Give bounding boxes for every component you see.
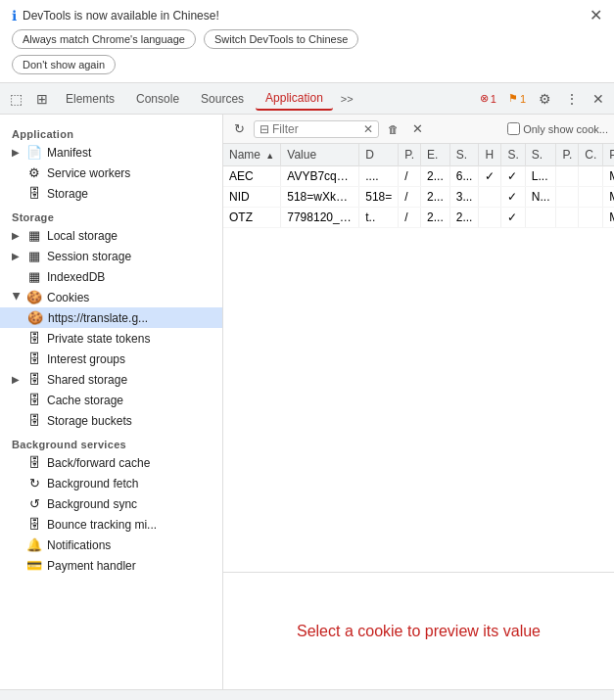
cookie-url-label: https://translate.g... bbox=[48, 311, 214, 325]
table-row[interactable]: AECAVYB7cqyU-......./2...6...✓✓L...M... bbox=[223, 166, 614, 187]
cookies-label: Cookies bbox=[47, 291, 214, 304]
settings-button[interactable]: ⚙ bbox=[533, 87, 557, 111]
dock-icon-button[interactable]: ⬚ bbox=[4, 87, 28, 111]
sidebar-item-bounce-tracking[interactable]: ▶ 🗄 Bounce tracking mi... bbox=[0, 514, 222, 535]
back-forward-cache-icon: 🗄 bbox=[26, 455, 42, 470]
col-value[interactable]: Value bbox=[281, 144, 359, 166]
local-storage-label: Local storage bbox=[47, 229, 214, 243]
sidebar-item-shared-storage[interactable]: ▶ 🗄 Shared storage bbox=[0, 369, 222, 390]
sidebar-item-local-storage[interactable]: ▶ ▦ Local storage bbox=[0, 225, 222, 246]
filter-icon: ⊟ bbox=[260, 122, 269, 136]
sidebar-item-cache-storage[interactable]: ▶ 🗄 Cache storage bbox=[0, 390, 222, 410]
expand-arrow-shared: ▶ bbox=[12, 374, 22, 385]
bottom-tab-console[interactable]: Console bbox=[24, 695, 82, 701]
table-cell bbox=[525, 208, 556, 228]
table-cell: M... bbox=[603, 208, 614, 228]
session-storage-icon: ▦ bbox=[26, 249, 42, 263]
table-cell: ✓ bbox=[501, 187, 525, 208]
sidebar-item-storage-buckets[interactable]: ▶ 🗄 Storage buckets bbox=[0, 410, 222, 431]
storage-app-label: Storage bbox=[47, 187, 214, 201]
sidebar-item-interest-groups[interactable]: ▶ 🗄 Interest groups bbox=[0, 349, 222, 369]
table-cell bbox=[579, 166, 603, 187]
sidebar-item-manifest[interactable]: ▶ 📄 Manifest bbox=[0, 142, 222, 163]
cookie-toolbar: ↻ ⊟ ✕ 🗑 ✕ Only show cook... bbox=[223, 115, 614, 144]
col-c[interactable]: C. bbox=[579, 144, 603, 166]
sidebar-item-back-forward-cache[interactable]: ▶ 🗄 Back/forward cache bbox=[0, 452, 222, 473]
table-cell: 7798120_24... bbox=[281, 208, 359, 228]
sidebar-item-background-sync[interactable]: ▶ ↺ Background sync bbox=[0, 493, 222, 514]
expand-arrow-local: ▶ bbox=[12, 230, 22, 241]
bottom-tab-issues[interactable]: Issues bbox=[90, 695, 140, 701]
cache-storage-icon: 🗄 bbox=[26, 393, 42, 407]
col-p[interactable]: P. bbox=[399, 144, 421, 166]
table-cell: 518= bbox=[359, 187, 399, 208]
tab-sources[interactable]: Sources bbox=[191, 88, 254, 110]
col-p2[interactable]: P. bbox=[556, 144, 579, 166]
always-match-language-button[interactable]: Always match Chrome's language bbox=[12, 29, 196, 49]
table-cell: 2... bbox=[421, 187, 450, 208]
table-row[interactable]: NID518=wXkA...518=/2...3...✓N...M... bbox=[223, 187, 614, 208]
storage-app-icon: 🗄 bbox=[26, 186, 42, 201]
sidebar-item-cookies[interactable]: ▶ 🍪 Cookies bbox=[0, 287, 222, 307]
col-s2[interactable]: S. bbox=[501, 144, 525, 166]
sidebar-item-private-state-tokens[interactable]: ▶ 🗄 Private state tokens bbox=[0, 328, 222, 349]
notification-close-button[interactable]: ✕ bbox=[590, 8, 602, 23]
table-cell: ✓ bbox=[501, 208, 525, 228]
manifest-label: Manifest bbox=[47, 146, 214, 160]
sidebar-section-storage: Storage bbox=[0, 204, 222, 225]
col-p3[interactable]: P. bbox=[603, 144, 614, 166]
table-cell bbox=[579, 187, 603, 208]
col-d[interactable]: D bbox=[359, 144, 399, 166]
sidebar-item-background-fetch[interactable]: ▶ ↻ Background fetch bbox=[0, 473, 222, 493]
expand-arrow-manifest: ▶ bbox=[12, 147, 22, 158]
bottom-close-button[interactable]: ✕ bbox=[594, 697, 606, 701]
table-cell bbox=[479, 208, 501, 228]
only-show-checkbox[interactable] bbox=[507, 122, 520, 135]
table-cell: / bbox=[399, 208, 421, 228]
table-cell bbox=[556, 208, 579, 228]
sidebar-item-indexeddb[interactable]: ▶ ▦ IndexedDB bbox=[0, 266, 222, 287]
sidebar-item-payment-handler[interactable]: ▶ 💳 Payment handler bbox=[0, 555, 222, 576]
table-cell bbox=[556, 166, 579, 187]
clear-filter-icon[interactable]: ✕ bbox=[363, 122, 373, 136]
interest-groups-label: Interest groups bbox=[47, 352, 214, 366]
col-s3[interactable]: S. bbox=[525, 144, 556, 166]
warn-count: 1 bbox=[520, 93, 526, 105]
sidebar-item-session-storage[interactable]: ▶ ▦ Session storage bbox=[0, 246, 222, 266]
col-e[interactable]: E. bbox=[421, 144, 450, 166]
more-options-button[interactable]: ⋮ bbox=[559, 87, 585, 111]
refresh-cookies-button[interactable]: ↻ bbox=[229, 119, 250, 138]
error-icon: ⊗ bbox=[480, 92, 489, 105]
interest-groups-icon: 🗄 bbox=[26, 351, 42, 366]
dont-show-again-button[interactable]: Don't show again bbox=[12, 55, 116, 74]
sidebar-item-cookie-url[interactable]: 🍪 https://translate.g... bbox=[0, 307, 222, 328]
table-cell: AVYB7cqyU-... bbox=[281, 166, 359, 187]
tab-console[interactable]: Console bbox=[126, 88, 189, 110]
table-cell: 2... bbox=[421, 208, 450, 228]
sidebar-section-bg: Background services bbox=[0, 431, 222, 452]
tab-application[interactable]: Application bbox=[256, 87, 333, 111]
cookies-icon: 🍪 bbox=[26, 290, 42, 304]
inspect-icon-button[interactable]: ⊞ bbox=[30, 87, 54, 111]
close-devtools-button[interactable]: ✕ bbox=[587, 87, 610, 111]
more-tabs-button[interactable]: >> bbox=[335, 89, 359, 109]
sidebar: Application ▶ 📄 Manifest ▶ ⚙ Service wor… bbox=[0, 115, 223, 689]
table-cell: M... bbox=[603, 187, 614, 208]
sidebar-item-storage-app[interactable]: ▶ 🗄 Storage bbox=[0, 183, 222, 204]
local-storage-icon: ▦ bbox=[26, 228, 42, 243]
table-row[interactable]: OTZ7798120_24...t../2...2...✓M... bbox=[223, 208, 614, 228]
sidebar-item-service-workers[interactable]: ▶ ⚙ Service workers bbox=[0, 163, 222, 183]
devtools-toolbar: ⬚ ⊞ Elements Console Sources Application… bbox=[0, 83, 614, 115]
tab-elements[interactable]: Elements bbox=[56, 88, 124, 110]
payment-handler-icon: 💳 bbox=[26, 558, 42, 573]
col-name[interactable]: Name ▲ bbox=[223, 144, 281, 166]
clear-cookies-button[interactable]: 🗑 bbox=[383, 121, 403, 137]
col-s[interactable]: S. bbox=[449, 144, 479, 166]
delete-button[interactable]: ✕ bbox=[407, 119, 428, 138]
cookie-rows: AECAVYB7cqyU-......./2...6...✓✓L...M...N… bbox=[223, 166, 614, 228]
switch-to-chinese-button[interactable]: Switch DevTools to Chinese bbox=[204, 29, 358, 49]
sidebar-item-notifications[interactable]: ▶ 🔔 Notifications bbox=[0, 535, 222, 555]
private-state-icon: 🗄 bbox=[26, 331, 42, 346]
filter-input[interactable] bbox=[272, 122, 360, 136]
col-h[interactable]: H bbox=[479, 144, 501, 166]
